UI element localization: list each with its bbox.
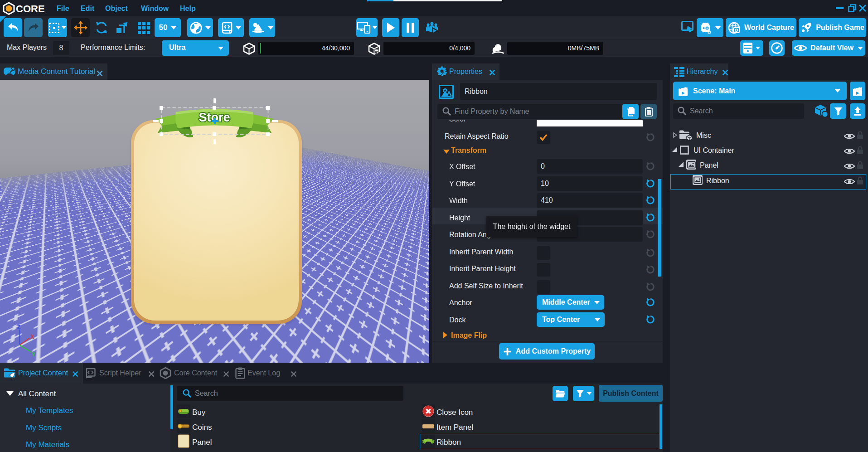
svg-text:X: X [30,334,34,340]
svg-text:Z: Z [17,325,20,330]
svg-text:Y: Y [32,351,35,356]
svg-text:CORE: CORE [16,3,45,15]
